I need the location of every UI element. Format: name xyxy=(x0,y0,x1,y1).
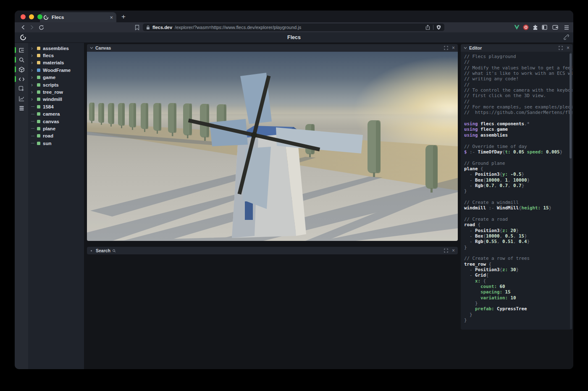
brave-shield-icon[interactable] xyxy=(436,25,441,30)
fullscreen-icon[interactable] xyxy=(559,46,563,50)
editor-panel-header[interactable]: Editor × xyxy=(461,44,572,52)
vue-devtools-icon[interactable] xyxy=(513,24,520,31)
close-panel-icon[interactable]: × xyxy=(452,45,455,50)
code-line: // Modify the values below to get a feel… xyxy=(464,65,567,71)
new-tab-button[interactable]: + xyxy=(121,13,126,21)
collapse-chevron-icon[interactable] xyxy=(90,47,93,49)
leaf-dash-icon xyxy=(31,143,36,143)
tree-item-WoodFrame[interactable]: ›WoodFrame xyxy=(28,66,84,74)
close-window-button[interactable] xyxy=(21,14,26,19)
code-line: } xyxy=(464,301,567,306)
tree-item-assemblies[interactable]: ›assemblies xyxy=(28,45,84,52)
window-controls xyxy=(21,14,42,19)
nav-queries-icon[interactable] xyxy=(15,103,28,113)
expand-chevron-icon[interactable]: › xyxy=(31,75,36,80)
app-header: Flecs xyxy=(15,32,573,43)
3d-viewport[interactable] xyxy=(87,52,458,241)
nav-search-icon[interactable] xyxy=(15,55,28,65)
editor-panel: Editor × // Flecs playground//// Modify … xyxy=(461,44,572,330)
address-bar[interactable]: flecs.dev /explorer/?wasm=https://www.fl… xyxy=(143,24,444,31)
tree-item-label: road xyxy=(43,133,53,138)
reload-button[interactable] xyxy=(37,24,45,31)
nav-inspector-icon[interactable] xyxy=(15,84,28,94)
entity-color-square xyxy=(37,69,40,72)
tree-item-plane[interactable]: plane xyxy=(28,125,84,132)
code-line xyxy=(464,116,567,121)
tree-item-windmill[interactable]: ›windmill xyxy=(28,96,84,103)
url-path: /explorer/?wasm=https://www.flecs.dev/ex… xyxy=(175,25,423,30)
tree-item-canvas[interactable]: canvas xyxy=(28,118,84,125)
code-line xyxy=(464,194,567,200)
close-panel-icon[interactable]: × xyxy=(567,45,570,50)
back-button[interactable] xyxy=(19,24,27,31)
leaf-dash-icon xyxy=(31,128,36,129)
code-line: - Rgb{0.55, 0.51, 0.4} xyxy=(464,239,567,244)
lock-icon xyxy=(146,25,150,30)
expand-chevron-icon[interactable]: › xyxy=(31,82,36,87)
code-line: plane { xyxy=(464,166,567,172)
entity-color-square xyxy=(37,134,40,137)
collapse-chevron-icon[interactable] xyxy=(464,47,467,49)
minimize-window-button[interactable] xyxy=(29,14,34,19)
tree-item-scripts[interactable]: ›scripts xyxy=(28,81,84,88)
zoom-window-button[interactable] xyxy=(37,14,42,19)
nav-statistics-icon[interactable] xyxy=(15,94,28,103)
share-link-icon[interactable] xyxy=(564,34,569,40)
extension-badge-icon[interactable] xyxy=(522,24,530,31)
extensions-puzzle-icon[interactable] xyxy=(531,24,539,31)
nav-3d-canvas-icon[interactable] xyxy=(15,65,28,74)
menu-icon[interactable] xyxy=(563,24,570,31)
expand-chevron-icon[interactable]: › xyxy=(31,53,36,58)
tree-item-1584[interactable]: 1584 xyxy=(28,103,84,110)
nav-entity-tree-icon[interactable] xyxy=(15,45,28,55)
collapsed-indicator-icon[interactable] xyxy=(91,250,92,251)
fullscreen-icon[interactable] xyxy=(444,248,448,253)
tree-item-label: materials xyxy=(43,60,64,65)
tree-item-game[interactable]: ›game xyxy=(28,74,84,81)
share-icon[interactable] xyxy=(425,25,430,30)
forward-button[interactable] xyxy=(28,24,36,31)
tree-item-materials[interactable]: ›materials xyxy=(28,59,84,66)
editor-scrollbar[interactable] xyxy=(570,52,572,329)
entity-color-square xyxy=(37,98,40,101)
editor-panel-title: Editor xyxy=(469,45,556,50)
expand-chevron-icon[interactable]: › xyxy=(31,97,36,102)
tree-item-flecs[interactable]: ›flecs xyxy=(28,52,84,59)
browser-tab[interactable]: Flecs × xyxy=(40,12,116,22)
expand-chevron-icon[interactable]: › xyxy=(31,68,36,73)
entity-tree-panel: ›assemblies›flecs›materials›WoodFrame›ga… xyxy=(28,43,84,369)
tree-item-camera[interactable]: camera xyxy=(28,111,84,118)
bookmark-icon[interactable] xyxy=(133,24,141,31)
code-line: // first click on the 3D view. xyxy=(464,93,567,98)
search-panel: Search × xyxy=(87,247,458,254)
tree-item-road[interactable]: road xyxy=(28,132,84,140)
code-line: // Create a windmill xyxy=(464,200,567,205)
entity-color-square xyxy=(37,127,40,130)
nav-script-editor-icon[interactable] xyxy=(15,74,28,84)
fullscreen-icon[interactable] xyxy=(444,46,448,50)
code-line: } xyxy=(464,245,567,250)
code-editor[interactable]: // Flecs playground//// Modify the value… xyxy=(461,52,572,327)
code-line: $ :- TimeOfDay{t: 0.05 speed: 0.005} xyxy=(464,149,567,155)
expand-chevron-icon[interactable]: › xyxy=(31,90,36,95)
leaf-dash-icon xyxy=(31,121,36,122)
url-host: flecs.dev xyxy=(152,25,172,30)
canvas-panel-header[interactable]: Canvas × xyxy=(87,44,458,52)
tab-title: Flecs xyxy=(52,15,107,20)
tree-item-label: camera xyxy=(43,111,60,116)
close-panel-icon[interactable]: × xyxy=(452,248,455,253)
page-title: Flecs xyxy=(15,34,573,40)
sidebar-toggle-icon[interactable] xyxy=(541,24,548,31)
code-line: // xyxy=(464,99,567,104)
tree-item-tree_row[interactable]: ›tree_row xyxy=(28,88,84,95)
search-panel-header[interactable]: Search × xyxy=(87,247,458,254)
expand-chevron-icon[interactable]: › xyxy=(31,60,36,65)
wallet-icon[interactable] xyxy=(551,24,559,31)
entity-tree-list: ›assemblies›flecs›materials›WoodFrame›ga… xyxy=(28,45,84,147)
tree-item-sun[interactable]: sun xyxy=(28,140,84,147)
tab-bar: Flecs × + xyxy=(15,11,573,22)
code-line xyxy=(464,155,567,160)
expand-chevron-icon[interactable]: › xyxy=(31,46,36,51)
code-line: // what it's like to work with an ECS wi… xyxy=(464,71,567,76)
tab-close-icon[interactable]: × xyxy=(110,15,113,20)
